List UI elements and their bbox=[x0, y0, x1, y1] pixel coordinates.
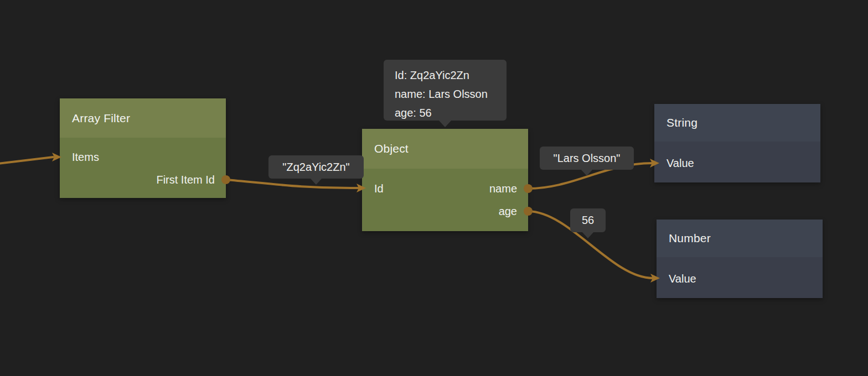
output-port-name[interactable] bbox=[524, 184, 533, 193]
object-preview-tooltip: Id: Zq2aYic2Zn name: Lars Olsson age: 56 bbox=[384, 60, 507, 121]
wire-value-bubble-age: 56 bbox=[570, 208, 606, 232]
wire-value-bubble-id: "Zq2aYic2Zn" bbox=[268, 155, 364, 179]
wire-offscreen-to-items[interactable] bbox=[0, 157, 53, 164]
wire-value-text: "Zq2aYic2Zn" bbox=[282, 161, 349, 174]
wire-value-bubble-name: "Lars Olsson" bbox=[540, 147, 634, 170]
tooltip-line-id: Id: Zq2aYic2Zn bbox=[395, 66, 497, 85]
wire-first-item-id-to-id[interactable] bbox=[226, 180, 359, 188]
wire-value-text: "Lars Olsson" bbox=[554, 152, 621, 165]
wire-value-text: 56 bbox=[582, 214, 594, 227]
output-port-age[interactable] bbox=[524, 207, 533, 216]
output-port-first-item-id[interactable] bbox=[221, 175, 230, 184]
tooltip-line-name: name: Lars Olsson bbox=[395, 85, 497, 103]
wire-layer bbox=[0, 0, 868, 376]
node-editor-canvas[interactable]: Array Filter Items First Item Id Object … bbox=[0, 0, 868, 376]
tooltip-line-age: age: 56 bbox=[395, 103, 497, 122]
